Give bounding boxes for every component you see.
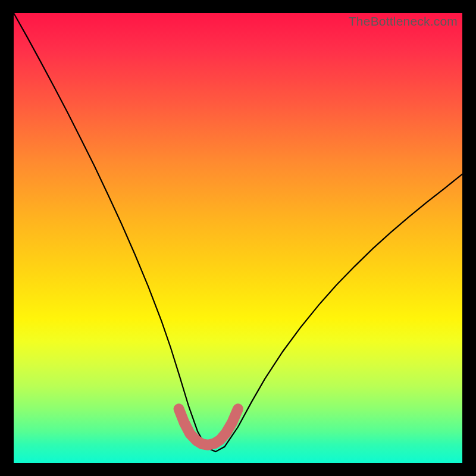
chart-frame: TheBottleneck.com: [14, 13, 462, 463]
bottleneck-plot: [14, 13, 462, 463]
bottleneck-curve: [14, 13, 462, 452]
